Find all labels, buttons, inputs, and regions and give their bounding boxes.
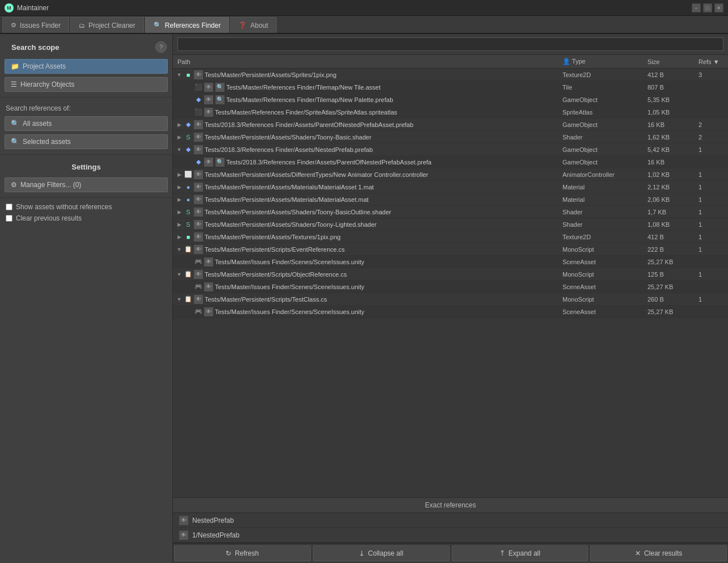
expand-arrow[interactable]: ▶: [175, 171, 183, 179]
eye-button[interactable]: 👁: [194, 120, 203, 129]
row-path: ▶ ◆ 👁 Tests/2018.3/References Finder/Ass…: [173, 120, 558, 129]
exact-refs-section: Exact references 👁 NestedPrefab 👁 1/Nest…: [173, 497, 728, 543]
row-type: MonoScript: [558, 271, 643, 278]
row-type: SpriteAtlas: [558, 109, 643, 116]
search-button[interactable]: 🔍: [215, 83, 225, 92]
row-size: 5,42 KB: [643, 146, 694, 153]
eye-button[interactable]: 👁: [194, 232, 203, 242]
minimize-button[interactable]: −: [692, 3, 701, 12]
expand-arrow[interactable]: ▼: [175, 295, 183, 303]
search-button[interactable]: 🔍: [215, 158, 225, 167]
eye-button[interactable]: 👁: [204, 83, 213, 92]
tab-cleaner[interactable]: 🗂 Project Cleaner: [70, 17, 144, 33]
refresh-button[interactable]: ↻ Refresh: [174, 545, 311, 561]
eye-button[interactable]: 👁: [204, 257, 213, 266]
collapse-all-button[interactable]: ⤓ Collapse all: [313, 545, 450, 561]
main-content: Search scope ? 📁 Project Assets ☰ Hierar…: [0, 34, 728, 563]
spriteatlas-icon: ⬛: [194, 108, 202, 116]
gear-icon: ⚙: [11, 181, 17, 189]
expand-arrow[interactable]: ▶: [175, 208, 183, 216]
search-selected-icon: 🔍: [11, 138, 19, 146]
expand-arrow[interactable]: ▶: [175, 133, 183, 141]
manage-filters-button[interactable]: ⚙ Manage Filters... (0): [5, 177, 168, 192]
all-assets-button[interactable]: 🔍 All assets: [5, 116, 168, 131]
eye-button[interactable]: 👁: [194, 133, 203, 142]
row-refs: 1: [694, 146, 728, 153]
table-row: ▶ ● 👁 Tests/Master/Persistent/Assets/Mat…: [173, 193, 728, 206]
eye-button[interactable]: 👁: [179, 516, 188, 525]
table-row: 🎮 👁 Tests/Master/Issues Finder/Scenes/Sc…: [173, 281, 728, 293]
cleaner-icon: 🗂: [79, 22, 85, 29]
eye-button[interactable]: 👁: [194, 208, 203, 217]
col-size-header: Size: [643, 58, 694, 65]
expand-arrow[interactable]: ▶: [175, 233, 183, 241]
clear-results-button[interactable]: ✕ Clear results: [590, 545, 727, 561]
eye-button[interactable]: 👁: [194, 245, 203, 254]
expand-arrow[interactable]: ▼: [175, 270, 183, 278]
eye-button[interactable]: 👁: [194, 295, 203, 304]
search-ref-label: Search references of:: [0, 101, 172, 115]
row-refs: 1: [694, 246, 728, 253]
eye-button[interactable]: 👁: [194, 70, 203, 79]
row-refs: 2: [694, 121, 728, 128]
eye-button[interactable]: 👁: [204, 307, 213, 316]
eye-button[interactable]: 👁: [194, 170, 203, 179]
eye-button[interactable]: 👁: [194, 270, 203, 279]
row-size: 1,02 KB: [643, 171, 694, 178]
eye-button[interactable]: 👁: [194, 183, 203, 192]
material-icon: ●: [184, 196, 192, 204]
expand-arrow[interactable]: ▶: [175, 196, 183, 204]
issues-icon: ⚙: [11, 22, 16, 29]
eye-button[interactable]: 👁: [194, 220, 203, 229]
exact-refs-header: Exact references: [173, 498, 728, 513]
help-button[interactable]: ?: [155, 41, 167, 53]
table-row: ▶ S 👁 Tests/Master/Persistent/Assets/Sha…: [173, 131, 728, 143]
show-without-ref-checkbox[interactable]: [6, 204, 12, 210]
row-type: SceneAsset: [558, 283, 643, 290]
row-type: Shader: [558, 209, 643, 215]
expand-arrow[interactable]: ▼: [175, 245, 183, 253]
tab-about[interactable]: ❓ About: [230, 17, 276, 33]
search-bar: [173, 34, 728, 55]
row-path: ▼ ■ 👁 Tests/Master/Persistent/Assets/Spr…: [173, 70, 558, 79]
clear-previous-checkbox[interactable]: [6, 215, 12, 222]
hierarchy-objects-button[interactable]: ☰ Hierarchy Objects: [5, 77, 168, 92]
expand-arrow[interactable]: ▼: [175, 71, 183, 79]
row-size: 412 B: [643, 234, 694, 240]
expand-arrow[interactable]: ▶: [175, 183, 183, 191]
row-size: 2,06 KB: [643, 196, 694, 203]
show-without-ref-label: Show assets without references: [16, 203, 112, 211]
eye-button[interactable]: 👁: [204, 282, 213, 291]
tab-references[interactable]: 🔍 References Finder: [145, 17, 230, 33]
table-header: Path 👤 Type Size Refs ▼: [173, 55, 728, 69]
search-input[interactable]: [177, 37, 723, 51]
eye-button[interactable]: 👁: [179, 531, 188, 540]
table-row: ▼ 📋 👁 Tests/Master/Persistent/Scripts/Te…: [173, 293, 728, 306]
expand-arrow[interactable]: ▼: [175, 146, 183, 154]
table-row: ⬛ 👁 🔍 Tests/Master/References Finder/Til…: [173, 81, 728, 94]
table-row: 🎮 👁 Tests/Master/Issues Finder/Scenes/Sc…: [173, 256, 728, 268]
left-panel: Search scope ? 📁 Project Assets ☰ Hierar…: [0, 34, 173, 563]
tile-icon: ⬛: [194, 83, 202, 91]
row-refs: 1: [694, 296, 728, 303]
project-assets-button[interactable]: 📁 Project Assets: [5, 59, 168, 74]
close-button[interactable]: ✕: [714, 3, 723, 12]
eye-button[interactable]: 👁: [204, 158, 213, 167]
search-button[interactable]: 🔍: [215, 95, 225, 104]
expand-arrow[interactable]: ▶: [175, 121, 183, 129]
row-path: 🎮 👁 Tests/Master/Issues Finder/Scenes/Sc…: [173, 257, 558, 266]
eye-button[interactable]: 👁: [204, 108, 213, 117]
expand-all-button[interactable]: ⤒ Expand all: [452, 545, 589, 561]
eye-button[interactable]: 👁: [204, 95, 213, 104]
maximize-button[interactable]: □: [703, 3, 712, 12]
script-icon: 📋: [184, 295, 192, 303]
eye-button[interactable]: 👁: [194, 145, 203, 154]
row-refs: 3: [694, 71, 728, 78]
eye-button[interactable]: 👁: [194, 195, 203, 204]
tab-issues[interactable]: ⚙ Issues Finder: [2, 17, 69, 33]
row-refs: 1: [694, 196, 728, 203]
bottom-bar: ↻ Refresh ⤓ Collapse all ⤒ Expand all ✕ …: [173, 543, 728, 563]
row-path: ▶ ■ 👁 Tests/Master/Persistent/Assets/Tex…: [173, 232, 558, 242]
selected-assets-button[interactable]: 🔍 Selected assets: [5, 134, 168, 149]
expand-arrow[interactable]: ▶: [175, 221, 183, 228]
